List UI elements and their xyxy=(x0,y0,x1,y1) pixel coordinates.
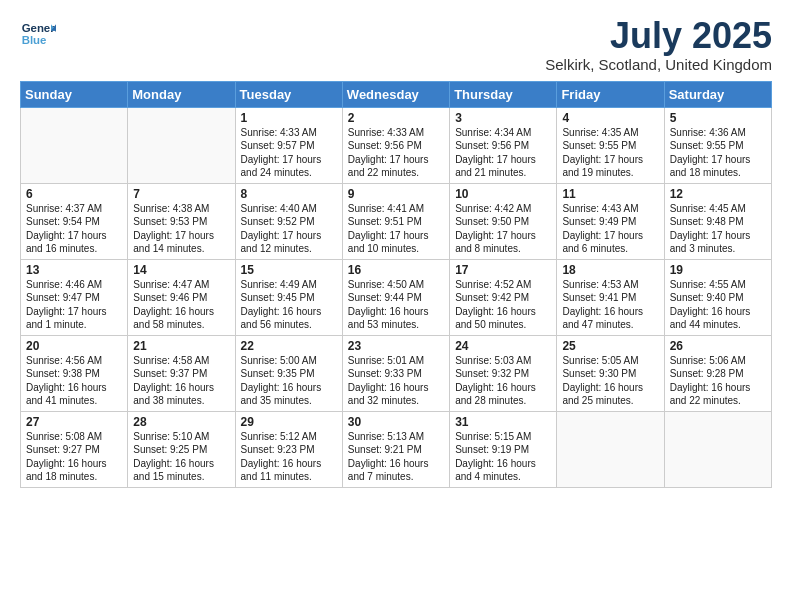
day-cell: 10Sunrise: 4:42 AM Sunset: 9:50 PM Dayli… xyxy=(450,183,557,259)
day-number: 2 xyxy=(348,111,444,125)
day-info: Sunrise: 4:43 AM Sunset: 9:49 PM Dayligh… xyxy=(562,202,658,256)
day-cell: 9Sunrise: 4:41 AM Sunset: 9:51 PM Daylig… xyxy=(342,183,449,259)
day-number: 21 xyxy=(133,339,229,353)
week-row-3: 20Sunrise: 4:56 AM Sunset: 9:38 PM Dayli… xyxy=(21,335,772,411)
day-number: 11 xyxy=(562,187,658,201)
day-cell xyxy=(557,411,664,487)
day-cell xyxy=(128,107,235,183)
week-row-4: 27Sunrise: 5:08 AM Sunset: 9:27 PM Dayli… xyxy=(21,411,772,487)
day-number: 24 xyxy=(455,339,551,353)
week-row-0: 1Sunrise: 4:33 AM Sunset: 9:57 PM Daylig… xyxy=(21,107,772,183)
day-info: Sunrise: 4:49 AM Sunset: 9:45 PM Dayligh… xyxy=(241,278,337,332)
day-number: 14 xyxy=(133,263,229,277)
day-info: Sunrise: 4:33 AM Sunset: 9:56 PM Dayligh… xyxy=(348,126,444,180)
day-info: Sunrise: 4:56 AM Sunset: 9:38 PM Dayligh… xyxy=(26,354,122,408)
week-row-2: 13Sunrise: 4:46 AM Sunset: 9:47 PM Dayli… xyxy=(21,259,772,335)
day-info: Sunrise: 4:58 AM Sunset: 9:37 PM Dayligh… xyxy=(133,354,229,408)
day-number: 17 xyxy=(455,263,551,277)
day-info: Sunrise: 4:45 AM Sunset: 9:48 PM Dayligh… xyxy=(670,202,766,256)
day-number: 6 xyxy=(26,187,122,201)
day-number: 8 xyxy=(241,187,337,201)
col-thursday: Thursday xyxy=(450,81,557,107)
day-info: Sunrise: 4:47 AM Sunset: 9:46 PM Dayligh… xyxy=(133,278,229,332)
day-cell: 7Sunrise: 4:38 AM Sunset: 9:53 PM Daylig… xyxy=(128,183,235,259)
day-cell: 12Sunrise: 4:45 AM Sunset: 9:48 PM Dayli… xyxy=(664,183,771,259)
day-number: 19 xyxy=(670,263,766,277)
day-cell: 29Sunrise: 5:12 AM Sunset: 9:23 PM Dayli… xyxy=(235,411,342,487)
day-cell: 27Sunrise: 5:08 AM Sunset: 9:27 PM Dayli… xyxy=(21,411,128,487)
col-sunday: Sunday xyxy=(21,81,128,107)
day-info: Sunrise: 4:35 AM Sunset: 9:55 PM Dayligh… xyxy=(562,126,658,180)
day-cell xyxy=(664,411,771,487)
day-info: Sunrise: 4:41 AM Sunset: 9:51 PM Dayligh… xyxy=(348,202,444,256)
day-info: Sunrise: 5:05 AM Sunset: 9:30 PM Dayligh… xyxy=(562,354,658,408)
day-cell: 18Sunrise: 4:53 AM Sunset: 9:41 PM Dayli… xyxy=(557,259,664,335)
day-cell: 5Sunrise: 4:36 AM Sunset: 9:55 PM Daylig… xyxy=(664,107,771,183)
day-info: Sunrise: 4:50 AM Sunset: 9:44 PM Dayligh… xyxy=(348,278,444,332)
day-cell: 13Sunrise: 4:46 AM Sunset: 9:47 PM Dayli… xyxy=(21,259,128,335)
day-number: 3 xyxy=(455,111,551,125)
logo-icon: General Blue xyxy=(20,16,56,52)
title-block: July 2025 Selkirk, Scotland, United King… xyxy=(545,16,772,73)
day-number: 9 xyxy=(348,187,444,201)
day-info: Sunrise: 5:08 AM Sunset: 9:27 PM Dayligh… xyxy=(26,430,122,484)
day-cell: 24Sunrise: 5:03 AM Sunset: 9:32 PM Dayli… xyxy=(450,335,557,411)
day-cell: 25Sunrise: 5:05 AM Sunset: 9:30 PM Dayli… xyxy=(557,335,664,411)
day-cell: 6Sunrise: 4:37 AM Sunset: 9:54 PM Daylig… xyxy=(21,183,128,259)
day-cell: 16Sunrise: 4:50 AM Sunset: 9:44 PM Dayli… xyxy=(342,259,449,335)
day-number: 16 xyxy=(348,263,444,277)
day-info: Sunrise: 4:34 AM Sunset: 9:56 PM Dayligh… xyxy=(455,126,551,180)
day-info: Sunrise: 4:46 AM Sunset: 9:47 PM Dayligh… xyxy=(26,278,122,332)
day-number: 27 xyxy=(26,415,122,429)
page: General Blue July 2025 Selkirk, Scotland… xyxy=(0,0,792,612)
day-cell: 28Sunrise: 5:10 AM Sunset: 9:25 PM Dayli… xyxy=(128,411,235,487)
svg-text:Blue: Blue xyxy=(22,34,47,46)
day-number: 26 xyxy=(670,339,766,353)
day-info: Sunrise: 4:33 AM Sunset: 9:57 PM Dayligh… xyxy=(241,126,337,180)
day-cell: 30Sunrise: 5:13 AM Sunset: 9:21 PM Dayli… xyxy=(342,411,449,487)
day-info: Sunrise: 4:52 AM Sunset: 9:42 PM Dayligh… xyxy=(455,278,551,332)
day-number: 29 xyxy=(241,415,337,429)
day-info: Sunrise: 4:36 AM Sunset: 9:55 PM Dayligh… xyxy=(670,126,766,180)
day-info: Sunrise: 4:37 AM Sunset: 9:54 PM Dayligh… xyxy=(26,202,122,256)
logo: General Blue xyxy=(20,16,56,52)
day-number: 18 xyxy=(562,263,658,277)
day-number: 4 xyxy=(562,111,658,125)
day-info: Sunrise: 4:40 AM Sunset: 9:52 PM Dayligh… xyxy=(241,202,337,256)
day-info: Sunrise: 4:55 AM Sunset: 9:40 PM Dayligh… xyxy=(670,278,766,332)
day-info: Sunrise: 5:15 AM Sunset: 9:19 PM Dayligh… xyxy=(455,430,551,484)
day-number: 13 xyxy=(26,263,122,277)
calendar: Sunday Monday Tuesday Wednesday Thursday… xyxy=(20,81,772,488)
day-cell: 8Sunrise: 4:40 AM Sunset: 9:52 PM Daylig… xyxy=(235,183,342,259)
day-cell: 17Sunrise: 4:52 AM Sunset: 9:42 PM Dayli… xyxy=(450,259,557,335)
day-cell: 1Sunrise: 4:33 AM Sunset: 9:57 PM Daylig… xyxy=(235,107,342,183)
day-cell: 15Sunrise: 4:49 AM Sunset: 9:45 PM Dayli… xyxy=(235,259,342,335)
day-number: 7 xyxy=(133,187,229,201)
col-tuesday: Tuesday xyxy=(235,81,342,107)
day-number: 5 xyxy=(670,111,766,125)
day-cell: 19Sunrise: 4:55 AM Sunset: 9:40 PM Dayli… xyxy=(664,259,771,335)
day-cell: 22Sunrise: 5:00 AM Sunset: 9:35 PM Dayli… xyxy=(235,335,342,411)
col-saturday: Saturday xyxy=(664,81,771,107)
day-cell: 2Sunrise: 4:33 AM Sunset: 9:56 PM Daylig… xyxy=(342,107,449,183)
day-number: 30 xyxy=(348,415,444,429)
day-number: 22 xyxy=(241,339,337,353)
day-number: 25 xyxy=(562,339,658,353)
svg-text:General: General xyxy=(22,22,56,34)
header: General Blue July 2025 Selkirk, Scotland… xyxy=(20,16,772,73)
day-cell: 4Sunrise: 4:35 AM Sunset: 9:55 PM Daylig… xyxy=(557,107,664,183)
day-number: 1 xyxy=(241,111,337,125)
col-monday: Monday xyxy=(128,81,235,107)
day-number: 28 xyxy=(133,415,229,429)
day-cell: 23Sunrise: 5:01 AM Sunset: 9:33 PM Dayli… xyxy=(342,335,449,411)
day-cell: 26Sunrise: 5:06 AM Sunset: 9:28 PM Dayli… xyxy=(664,335,771,411)
day-cell: 14Sunrise: 4:47 AM Sunset: 9:46 PM Dayli… xyxy=(128,259,235,335)
day-info: Sunrise: 4:53 AM Sunset: 9:41 PM Dayligh… xyxy=(562,278,658,332)
day-cell: 21Sunrise: 4:58 AM Sunset: 9:37 PM Dayli… xyxy=(128,335,235,411)
day-info: Sunrise: 5:12 AM Sunset: 9:23 PM Dayligh… xyxy=(241,430,337,484)
header-row: Sunday Monday Tuesday Wednesday Thursday… xyxy=(21,81,772,107)
day-number: 20 xyxy=(26,339,122,353)
day-cell: 20Sunrise: 4:56 AM Sunset: 9:38 PM Dayli… xyxy=(21,335,128,411)
col-wednesday: Wednesday xyxy=(342,81,449,107)
month-year: July 2025 xyxy=(545,16,772,56)
